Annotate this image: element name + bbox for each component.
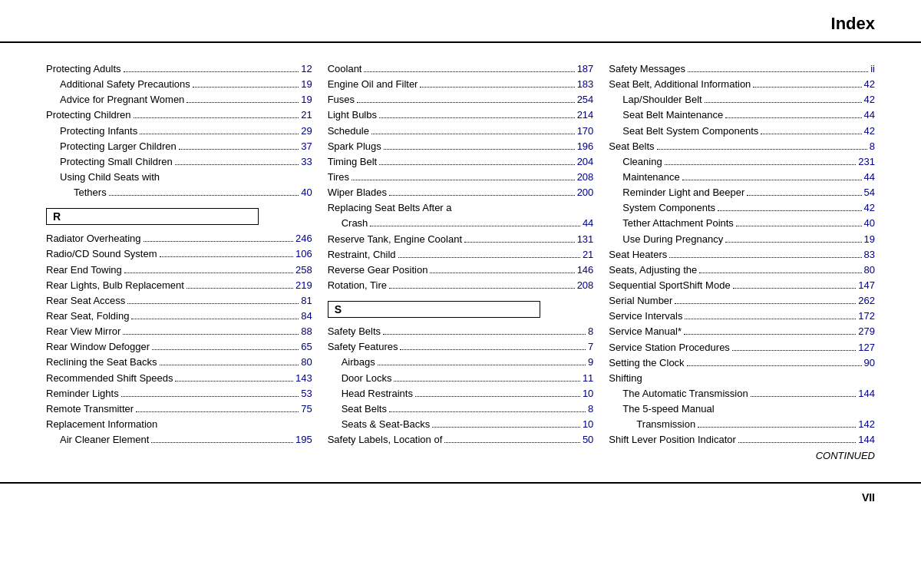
index-entry-label: Reminder Light and Beeper [622,185,744,200]
index-entry-label: Safety Belts [328,324,381,339]
index-page-number: 9 [588,355,593,370]
index-page-number: 170 [577,124,594,139]
index-dots [687,365,862,366]
index-dots [140,134,299,134]
index-dots [384,149,575,150]
index-entry-label: Setting the Clock [609,355,684,371]
index-dots [357,102,575,103]
list-item: Crash44 [328,216,594,231]
index-entry-label: Protecting Infants [60,124,137,139]
index-entry-label: Advice for Pregnant Women [60,92,184,107]
index-page-number: 204 [577,154,594,170]
index-dots [175,381,292,382]
index-page-number: 21 [583,247,593,263]
index-dots [121,396,299,397]
list-item: Light Bulbs214 [328,107,594,123]
index-entry-label: Maintenance [622,170,679,185]
index-dots [398,257,580,258]
index-page-number: 19 [864,232,875,247]
list-item: Reclining the Seat Backs80 [46,355,312,370]
list-item: Protecting Small Children33 [46,154,312,170]
index-entry-label: Seats & Seat-Backs [342,417,431,432]
list-item: Serial Number262 [609,293,875,309]
index-page-number: 84 [301,309,312,324]
section-divider-s: S [328,301,540,318]
index-entry-label: Fuses [328,92,355,107]
index-page-number: 42 [864,200,875,216]
list-item: Seat Heaters83 [609,247,875,263]
index-entry-label: Wiper Blades [328,185,387,200]
list-item: Rear View Mirror88 [46,324,312,339]
index-page-number: 279 [858,324,875,339]
index-dots [665,164,857,165]
index-dots [699,273,861,273]
index-entry-label: Seats, Adjusting the [609,263,697,278]
index-page-number: 81 [301,293,312,309]
index-entry-label: Seat Belts [342,401,387,417]
index-entry-label: Radio/CD Sound System [46,246,157,262]
index-page-number: 10 [583,417,593,432]
index-dots [371,134,575,134]
index-entry-label: Sequential SportShift Mode [609,278,730,293]
index-entry-label: Reminder Lights [46,386,119,401]
list-item: Protecting Children21 [46,107,312,123]
index-entry-label: Coolant [328,61,362,77]
page: Index Protecting Adults12Additional Safe… [0,0,921,588]
index-dots [193,87,299,88]
section-divider-label: S [335,303,342,315]
list-item: Engine Oil and Filter183 [328,77,594,92]
index-dots [123,334,299,335]
index-page-number: 19 [301,92,312,107]
index-page-number: 106 [295,246,312,262]
index-entry-label: Lap/Shoulder Belt [622,92,701,107]
index-page-number: 80 [301,355,312,370]
list-item: Tethers40 [46,185,312,200]
index-dots [718,210,862,211]
index-dots [109,195,299,196]
list-item: Safety Features7 [328,339,594,355]
footer-page-number: VII [862,491,875,504]
index-page-number: 172 [858,309,875,324]
index-dots [751,396,857,397]
index-dots [124,71,299,72]
index-entry-label: Using Child Seats with [60,170,160,185]
index-content: Protecting Adults12Additional Safety Pre… [0,46,921,479]
index-entry-label: Air Cleaner Element [60,432,149,448]
index-page-number: 196 [577,139,594,154]
list-item: Fuses254 [328,92,594,107]
list-item: Safety Belts8 [328,324,594,339]
index-entry-label: Rotation, Tire [328,278,387,293]
index-entry-label: Schedule [328,124,369,139]
index-entry-label: Transmission [636,417,695,432]
list-item: Seat Belts8 [328,401,594,417]
index-page-number: 195 [295,432,312,448]
index-page-number: 254 [577,92,594,107]
index-dots [134,117,299,118]
index-entry-label: Reverse Gear Position [328,263,428,278]
index-page-number: 44 [583,216,593,231]
index-entry-label: Tethers [74,185,107,200]
index-dots [187,288,293,289]
list-item: Spark Plugs196 [328,139,594,154]
index-dots [379,117,575,118]
index-dots [657,149,867,150]
index-entry-label: Rear Window Defogger [46,339,150,355]
index-entry-label: Tires [328,170,349,185]
list-item: Radio/CD Sound System106 [46,246,312,262]
index-dots [415,396,580,397]
list-item: Lap/Shoulder Belt42 [609,92,875,107]
index-page-number: 42 [864,92,875,107]
index-page-number: 231 [858,154,875,170]
index-dots [753,87,861,88]
index-dots [732,350,856,351]
list-item: Service Manual*279 [609,324,875,339]
index-page-number: 83 [864,247,875,263]
index-dots [420,87,574,88]
index-page-number: 37 [301,139,312,154]
index-dots [738,442,856,443]
index-dots [175,164,299,165]
index-entry-label: Recommended Shift Speeds [46,371,173,386]
index-dots [736,226,862,226]
list-item: System Components42 [609,200,875,216]
index-dots [675,303,856,304]
